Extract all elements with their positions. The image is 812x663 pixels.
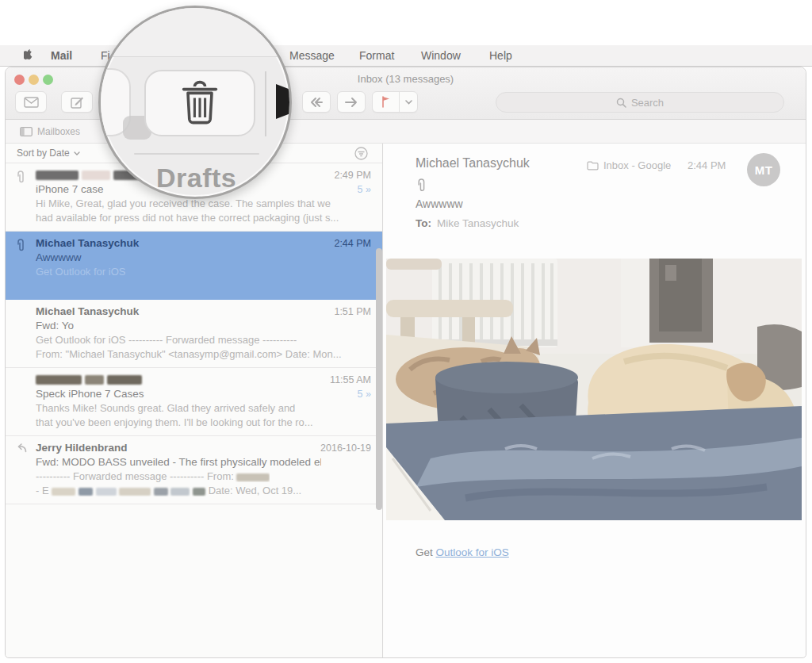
trash-button-magnified[interactable] [144, 70, 255, 136]
menu-item-message[interactable]: Message [289, 49, 335, 62]
paperclip-icon [16, 171, 25, 186]
reading-to-line: To:Mike Tanasychuk [416, 217, 519, 229]
message-preview: - E Date: Wed, Oct 19... [36, 485, 301, 496]
content-area: Sort by Date [6, 144, 806, 657]
search-icon [616, 98, 626, 108]
reading-mailbox-label: Inbox - Google [603, 159, 671, 171]
flag-button-group [372, 91, 418, 113]
reply-all-button[interactable] [302, 91, 331, 113]
sidebar-icon [20, 127, 33, 136]
screenshot-canvas: Mail Fi Message Format Window Help Inbox… [0, 0, 812, 663]
folder-icon [587, 161, 599, 171]
message-time: 1:51 PM [334, 306, 371, 317]
message-subject: iPhone 7 case [36, 183, 104, 195]
compose-icon [71, 96, 84, 109]
junk-flag-icon [276, 81, 292, 122]
trash-icon [181, 80, 219, 126]
filter-button[interactable] [354, 147, 368, 163]
message-sender: Michael Tanasychuk [36, 237, 139, 249]
mailboxes-button[interactable]: Mailboxes [13, 124, 86, 140]
flag-button[interactable] [373, 92, 400, 112]
footer-text: Get [416, 546, 436, 558]
message-preview: ---------- Forwarded message ---------- … [36, 470, 270, 482]
reading-subject: Awwwww [416, 197, 463, 210]
menu-item-format[interactable]: Format [359, 49, 394, 62]
message-list-pane: Sort by Date [6, 144, 383, 657]
menu-item-mail[interactable]: Mail [51, 49, 72, 62]
reading-mailbox: Inbox - Google [587, 159, 671, 171]
search-placeholder: Search [631, 97, 664, 109]
message-subject: Speck iPhone 7 Cases [36, 388, 144, 400]
magnified-segment-divider [265, 71, 266, 136]
chevron-down-icon [74, 151, 80, 155]
apple-menu-icon[interactable] [24, 49, 34, 63]
list-scrollbar-thumb[interactable] [376, 248, 382, 510]
reading-time: 2:44 PM [688, 159, 726, 171]
reply-arrow-icon [16, 443, 27, 455]
message-row-fwd-yo[interactable]: Michael Tanasychuk 1:51 PM Fwd: Yo Get O… [6, 300, 382, 368]
message-preview: Hi Mike, Great, glad you received the ca… [36, 197, 331, 209]
message-sender: Michael Tanasychuk [36, 305, 139, 317]
message-row-modo-bass[interactable]: Jerry Hildenbrand 2016-10-19 Fwd: MODO B… [6, 436, 382, 504]
to-recipient: Mike Tanasychuk [437, 217, 519, 229]
menu-item-window[interactable]: Window [421, 49, 461, 62]
search-input[interactable]: Search [496, 92, 784, 113]
message-sender: Jerry Hildenbrand [36, 442, 128, 454]
get-mail-button[interactable] [15, 91, 47, 113]
paperclip-icon [416, 178, 427, 196]
magnified-toolbar-top [101, 8, 289, 57]
sort-label: Sort by Date [17, 148, 70, 159]
outlook-link[interactable]: Outlook for iOS [436, 546, 509, 558]
message-subject: Fwd: Yo [36, 320, 74, 332]
junk-button-magnified[interactable] [276, 81, 292, 125]
thread-count[interactable]: 5 » [358, 389, 371, 400]
magnifier-loupe: Drafts [98, 6, 292, 199]
avatar: MT [747, 153, 780, 186]
forward-button[interactable] [337, 91, 366, 113]
message-row-speck-cases[interactable]: 11:55 AM Speck iPhone 7 Cases 5 » Thanks… [6, 368, 382, 436]
filter-icon [354, 147, 368, 160]
message-row-awwwww-selected[interactable]: Michael Tanasychuk 2:44 PM Awwwww Get Ou… [6, 232, 382, 300]
email-photo-attachment [386, 259, 802, 520]
message-preview: Get Outlook for iOS [36, 266, 125, 278]
forward-icon [343, 97, 359, 108]
magnified-divider-line [134, 153, 259, 155]
message-time: 2:49 PM [334, 170, 371, 181]
reply-all-icon [308, 97, 324, 108]
thread-count[interactable]: 5 » [358, 184, 371, 195]
message-preview: From: "Michael Tanasychuk" <tanasymp@gma… [36, 348, 342, 360]
reading-pane: Michael Tanasychuk Inbox - Google 2:44 P… [384, 144, 806, 657]
mailboxes-label: Mailboxes [37, 126, 80, 137]
message-time: 2016-10-19 [320, 443, 371, 454]
magnified-drafts-label: Drafts [156, 163, 236, 194]
menu-item-help[interactable]: Help [489, 49, 512, 62]
message-time: 2:44 PM [334, 238, 371, 249]
sort-by-date-control[interactable]: Sort by Date [17, 148, 80, 159]
compose-button[interactable] [61, 91, 93, 113]
apple-logo-icon [24, 49, 34, 61]
message-subject: Awwwww [36, 251, 82, 263]
sender-redacted [36, 374, 142, 385]
message-preview: Thanks Mike! Sounds great. Glad they arr… [36, 402, 295, 414]
chevron-down-icon [405, 100, 412, 105]
reading-footer: Get Outlook for iOS [416, 546, 509, 558]
flag-dropdown-button[interactable] [400, 92, 417, 112]
message-preview: Get Outlook for iOS ---------- Forwarded… [36, 334, 297, 346]
message-subject: Fwd: MODO BASS unveiled - The first phys… [36, 456, 321, 468]
envelope-icon [24, 97, 39, 108]
message-preview: that you've been enjoying them. I'll be … [36, 416, 313, 428]
flag-icon [381, 96, 391, 108]
message-preview: had available for press did not have the… [36, 212, 339, 224]
paperclip-icon [16, 239, 25, 255]
message-time: 11:55 AM [330, 374, 371, 385]
reading-sender-name: Michael Tanasychuk [416, 156, 530, 171]
to-label: To: [416, 217, 431, 229]
